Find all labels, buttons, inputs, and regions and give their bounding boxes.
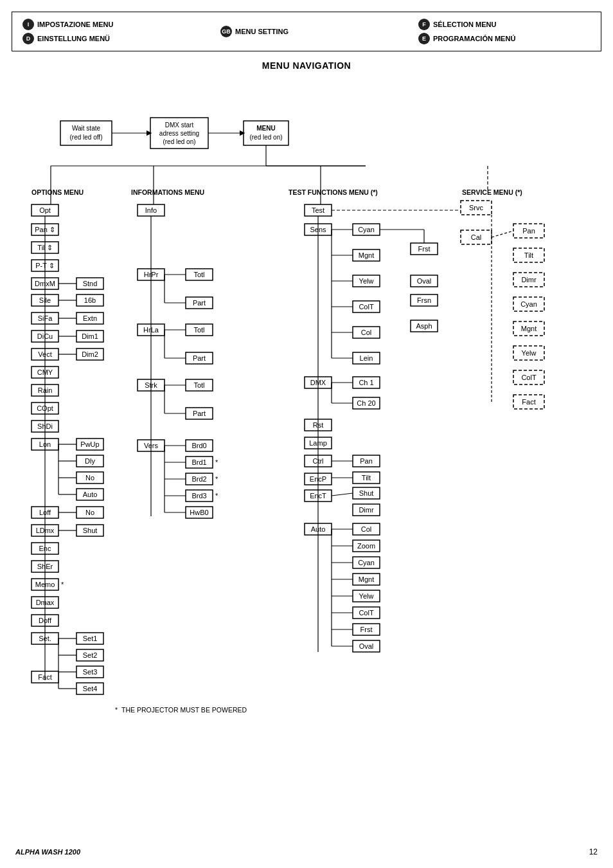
header: I IMPOSTAZIONE MENU D EINSTELLUNG MENÜ G… — [12, 12, 601, 51]
tilt2-label: Tilt — [362, 474, 371, 482]
footer-brand: ALPHA WASH 1200 — [15, 848, 80, 856]
fact-service-label: Fact — [522, 398, 535, 406]
header-text-i: IMPOSTAZIONE MENU — [37, 21, 113, 28]
menu-nav-title: MENU NAVIGATION — [12, 60, 601, 71]
header-text-e: PROGRAMACIÓN MENÚ — [433, 35, 515, 42]
set3-label: Set3 — [83, 668, 98, 676]
brd3-label: Brd3 — [191, 492, 206, 500]
yelw-service-label: Yelw — [522, 349, 537, 357]
wait-state-text2: (red led off) — [70, 134, 103, 141]
tilt-service-label: Tilt — [524, 251, 533, 259]
service-menu-label: SERVICE MENU (*) — [462, 188, 522, 196]
dly-label: Dly — [85, 457, 95, 465]
enct-shut-line — [332, 493, 353, 496]
hwb0-label: HwB0 — [190, 509, 208, 516]
totl1-label: Totl — [193, 271, 204, 278]
dmx-start-text1: DMX start — [165, 122, 194, 129]
menu-text1: MENU — [256, 125, 275, 132]
no2-label: No — [85, 509, 94, 516]
header-col-3: F SÉLECTION MENU E PROGRAMACIÓN MENÚ — [393, 17, 591, 46]
header-col-2: GB MENU SETTING — [195, 24, 393, 39]
cyan-service-label: Cyan — [520, 300, 537, 308]
totl2-label: Totl — [193, 326, 204, 334]
flag-d-icon: D — [22, 33, 34, 44]
set2-label: Set2 — [83, 651, 98, 659]
col2-label: Col — [361, 525, 372, 533]
col1-label: Col — [361, 329, 372, 336]
header-item-d: D EINSTELLUNG MENÜ — [22, 33, 110, 44]
lein-label: Lein — [360, 354, 373, 362]
zoom-label: Zoom — [357, 542, 375, 550]
header-col-1: I IMPOSTAZIONE MENU D EINSTELLUNG MENÜ — [22, 17, 195, 46]
oval2-label: Oval — [359, 642, 374, 650]
mgnt1-label: Mgnt — [359, 251, 374, 259]
options-menu-label: OPTIONS MENU — [31, 188, 84, 196]
brd1-star: * — [215, 458, 218, 466]
pan-service-label: Pan — [522, 227, 535, 235]
brd3-star: * — [215, 492, 218, 500]
flag-f-icon: F — [418, 19, 430, 30]
no-label: No — [85, 474, 94, 482]
pwup-label: PwUp — [80, 440, 99, 448]
header-item-e: E PROGRAMACIÓN MENÚ — [418, 33, 515, 44]
cyan2-label: Cyan — [358, 559, 375, 566]
dim1-label: Dim1 — [82, 332, 98, 340]
set1-label: Set1 — [83, 635, 98, 642]
extn-label: Extn — [83, 314, 97, 322]
header-text-d: EINSTELLUNG MENÜ — [37, 35, 110, 42]
main-content: MENU NAVIGATION OPTIONS MENU INFORMATION… — [0, 60, 613, 841]
brd1-label: Brd1 — [191, 458, 206, 466]
dmx-start-text3: (red led on) — [163, 138, 195, 145]
header-text-f: SÉLECTION MENU — [433, 21, 496, 28]
brd2-star: * — [215, 475, 218, 483]
yelw1-label: Yelw — [359, 277, 374, 285]
totl3-label: Totl — [193, 381, 204, 389]
info-label: Info — [145, 206, 157, 214]
part2-label: Part — [193, 354, 206, 362]
test-functions-menu-label: TEST FUNCTIONS MENU (*) — [289, 188, 378, 196]
test-label: Test — [312, 206, 324, 214]
header-item-i: I IMPOSTAZIONE MENU — [22, 19, 113, 30]
footer-page: 12 — [589, 847, 598, 856]
shut2-label: Shut — [359, 489, 374, 497]
mgnt2-label: Mgnt — [359, 575, 374, 583]
colt1-label: ColT — [359, 303, 374, 311]
footer: ALPHA WASH 1200 12 — [0, 844, 613, 860]
stnd-label: Stnd — [83, 280, 98, 287]
asph-label: Asph — [416, 322, 432, 330]
brd2-label: Brd2 — [191, 475, 206, 483]
header-item-f: F SÉLECTION MENU — [418, 19, 496, 30]
menu-text2: (red led on) — [249, 134, 282, 141]
srvc-label: Srvc — [469, 204, 484, 212]
ch20-label: Ch 20 — [357, 399, 375, 407]
oval1-label: Oval — [417, 277, 432, 285]
yelw2-label: Yelw — [359, 592, 374, 600]
shut-label: Shut — [83, 527, 98, 534]
16b-label: 16b — [84, 296, 96, 304]
cal-pan-line — [492, 231, 513, 237]
cal-label: Cal — [471, 233, 482, 241]
dimr1-label: Dimr — [359, 506, 374, 514]
pan2-label: Pan — [360, 457, 373, 465]
auto-label: Auto — [83, 491, 98, 498]
colt-service-label: ColT — [521, 374, 537, 381]
mgnt-service-label: Mgnt — [521, 325, 537, 332]
note-star: * — [115, 706, 118, 714]
dmx-start-text2: adress setting — [159, 130, 199, 137]
colt2-label: ColT — [359, 609, 374, 617]
part1-label: Part — [193, 299, 206, 307]
diagram-svg: OPTIONS MENU INFORMATIONS MENU TEST FUNC… — [12, 82, 601, 841]
header-item-gb: GB MENU SETTING — [220, 26, 289, 37]
flag-gb-icon: GB — [220, 26, 232, 37]
brd0-label: Brd0 — [191, 442, 206, 449]
dim2-label: Dim2 — [82, 350, 98, 358]
header-text-gb: MENU SETTING — [235, 28, 289, 35]
frsn-label: Frsn — [417, 296, 431, 304]
diagram-container: OPTIONS MENU INFORMATIONS MENU TEST FUNC… — [12, 82, 601, 841]
frst1-label: Frst — [418, 245, 431, 253]
opt-label: Opt — [39, 206, 51, 214]
note-text: THE PROJECTOR MUST BE POWERED — [121, 706, 247, 714]
informations-menu-label: INFORMATIONS MENU — [131, 188, 204, 196]
wait-state-text1: Wait state — [72, 125, 101, 132]
cyan1-label: Cyan — [358, 226, 375, 233]
